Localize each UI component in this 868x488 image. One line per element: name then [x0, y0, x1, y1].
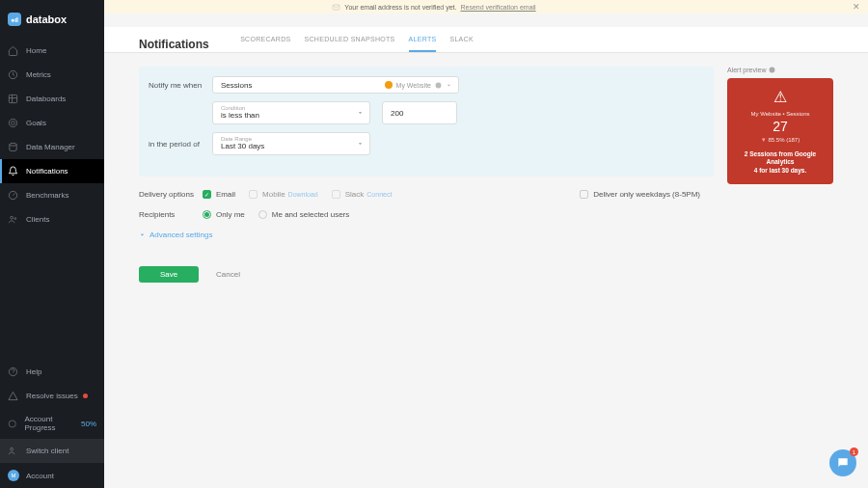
advanced-label: Advanced settings	[149, 230, 212, 239]
sidebar-item-home[interactable]: Home	[0, 39, 104, 63]
sidebar-item-help[interactable]: Help	[0, 360, 104, 384]
sidebar-item-databoards[interactable]: Databoards	[0, 87, 104, 111]
selected-users-option[interactable]: Me and selected users	[258, 210, 350, 219]
sidebar-item-benchmarks[interactable]: Benchmarks	[0, 183, 104, 207]
goals-icon	[8, 118, 18, 128]
advanced-toggle[interactable]: Advanced settings	[139, 230, 714, 239]
chat-button[interactable]: 1	[829, 449, 856, 476]
checkbox-icon	[580, 190, 588, 199]
download-link[interactable]: Download	[288, 191, 318, 198]
sidebar-item-label: Data Manager	[26, 143, 75, 151]
option-label: Email	[216, 190, 235, 199]
sidebar-item-label: Switch client	[26, 447, 68, 455]
source-dot-icon	[385, 81, 393, 89]
cancel-button[interactable]: Cancel	[216, 270, 240, 279]
sidebar-item-label: Benchmarks	[26, 191, 68, 200]
slack-option[interactable]: SlackConnect	[332, 190, 393, 199]
sidebar-item-label: Goals	[26, 119, 46, 127]
notify-label: Notify me when	[149, 81, 212, 90]
chat-badge: 1	[850, 447, 858, 456]
metrics-icon	[8, 69, 18, 80]
alert-icon	[8, 391, 18, 401]
preview-subtitle: My Website • Sessions	[733, 111, 827, 117]
sidebar-item-label: Resolve issues	[26, 392, 78, 400]
sidebar-item-goals[interactable]: Goals	[0, 111, 104, 135]
sidebar: ●ıl databox Home Metrics Databoards Goal…	[0, 0, 104, 488]
tab-slack[interactable]: SLACK	[449, 36, 473, 52]
condition-select[interactable]: Condition is less than	[212, 101, 370, 124]
threshold-input[interactable]	[382, 101, 457, 124]
checkbox-icon	[332, 190, 340, 199]
delivery-label: Delivery options	[139, 190, 203, 199]
resend-link[interactable]: Resend verification email	[460, 4, 535, 11]
databoards-icon	[8, 94, 18, 104]
onlyme-option[interactable]: Only me	[203, 210, 245, 219]
preview-value: 27	[733, 119, 827, 134]
recipients-label: Recipients	[139, 210, 203, 219]
preview-text: 2 Sessions from Google Analytics4 for la…	[733, 150, 827, 175]
info-icon	[435, 82, 442, 89]
alert-preview: Alert preview ⚠ My Website • Sessions 27…	[727, 67, 833, 283]
sidebar-item-switch[interactable]: Switch client	[0, 439, 104, 463]
sidebar-item-label: Notifications	[26, 167, 68, 176]
sidebar-item-label: Help	[26, 367, 41, 376]
option-label: Slack	[345, 190, 365, 199]
sidebar-item-account[interactable]: MAccount	[0, 463, 104, 488]
sidebar-item-label: Account	[26, 472, 54, 480]
sidebar-item-progress[interactable]: Account Progress50%	[0, 408, 104, 439]
sidebar-item-clients[interactable]: Clients	[0, 207, 104, 231]
svg-point-4	[12, 122, 15, 125]
sidebar-item-notifications[interactable]: Notifications	[0, 159, 104, 183]
sidebar-item-resolve[interactable]: Resolve issues	[0, 384, 104, 408]
svg-point-5	[10, 143, 16, 146]
connect-link[interactable]: Connect	[366, 191, 392, 198]
warning-icon: ⚠	[733, 88, 827, 106]
gauge-icon	[8, 190, 18, 201]
svg-point-11	[11, 447, 14, 450]
chevron-down-icon[interactable]	[446, 82, 452, 89]
users-icon	[8, 214, 18, 225]
switch-icon	[8, 446, 18, 456]
weekday-option[interactable]: Deliver only weekdays (8-5PM)	[580, 190, 700, 199]
daterange-select[interactable]: Date Range Last 30 days	[212, 132, 370, 155]
save-button[interactable]: Save	[139, 266, 199, 283]
verification-banner: Your email address is not verified yet. …	[0, 0, 868, 14]
banner-close-icon[interactable]: ✕	[853, 2, 860, 12]
checkbox-icon	[249, 190, 258, 199]
mobile-option[interactable]: MobileDownload	[249, 190, 318, 199]
svg-point-3	[9, 119, 16, 126]
tab-scorecards[interactable]: SCORECARDS	[240, 36, 290, 52]
svg-rect-2	[9, 95, 16, 102]
brand-name: databox	[26, 14, 67, 25]
checkbox-icon: ✓	[203, 190, 211, 199]
option-label: Mobile	[262, 190, 285, 199]
page-title: Notifications	[139, 38, 209, 51]
progress-icon	[8, 419, 17, 429]
banner-text: Your email address is not verified yet.	[344, 4, 456, 11]
svg-point-10	[9, 420, 15, 426]
tab-alerts[interactable]: ALERTS	[409, 36, 437, 52]
chat-icon	[836, 456, 850, 470]
email-option[interactable]: ✓Email	[203, 190, 235, 199]
preview-card: ⚠ My Website • Sessions 27 ▼ 85.5% (187)…	[727, 78, 833, 184]
sidebar-item-datamanager[interactable]: Data Manager	[0, 135, 104, 159]
tabs: SCORECARDS SCHEDULED SNAPSHOTS ALERTS SL…	[240, 36, 474, 52]
tab-snapshots[interactable]: SCHEDULED SNAPSHOTS	[305, 36, 395, 52]
website-label: My Website	[396, 82, 431, 89]
svg-point-13	[770, 68, 775, 73]
select-value: is less than	[221, 111, 362, 121]
metric-value: Sessions	[221, 81, 252, 90]
period-label: in the period of	[149, 140, 212, 149]
logo[interactable]: ●ıl databox	[0, 0, 104, 39]
radio-icon	[203, 210, 211, 219]
metric-input[interactable]: Sessions My Website	[212, 76, 459, 94]
sidebar-item-metrics[interactable]: Metrics	[0, 63, 104, 87]
issue-badge	[83, 393, 88, 398]
svg-point-12	[436, 82, 442, 88]
preview-meta: ▼ 85.5% (187)	[733, 137, 827, 143]
svg-point-8	[14, 218, 16, 220]
info-icon	[769, 67, 775, 73]
condition-panel: Notify me when Sessions My Website Condi	[139, 67, 714, 176]
option-label: Only me	[216, 210, 245, 219]
page-header: Notifications SCORECARDS SCHEDULED SNAPS…	[104, 27, 868, 53]
